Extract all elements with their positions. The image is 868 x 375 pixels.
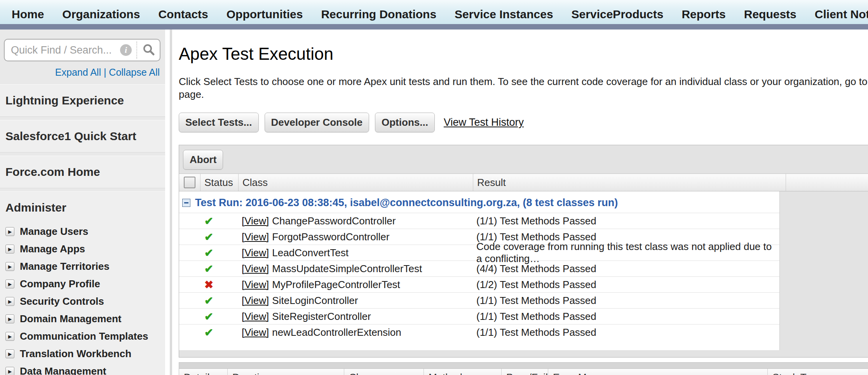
section-heading: Force.com Home — [5, 165, 160, 179]
nav-tab[interactable]: Recurring Donations — [321, 8, 436, 21]
sidebar-section-administer: Administer ▶ Manage Users ▶ Manage Apps … — [0, 191, 165, 375]
expand-arrow-icon[interactable]: ▶ — [5, 367, 14, 375]
column-header-class: Class — [239, 174, 473, 191]
description-line1: Click Select Tests to choose one or more… — [179, 75, 868, 88]
pass-icon: ✔ — [204, 215, 213, 227]
table-row: ✔ [View] ChangePasswordController (1/1) … — [179, 213, 779, 229]
status-cell: ✔ — [179, 325, 239, 340]
view-link[interactable]: [View] — [242, 263, 269, 275]
expand-arrow-icon[interactable]: ▶ — [5, 245, 14, 253]
sidebar-section-lightning-experience[interactable]: Lightning Experience — [0, 84, 165, 117]
sidebar-section-salesforce1-quick-start[interactable]: Salesforce1 Quick Start — [0, 120, 165, 153]
sidebar-item-label: Communication Templates — [20, 330, 148, 342]
nav-tab[interactable]: Home — [12, 8, 44, 21]
sidebar-item[interactable]: ▶ Domain Management — [5, 310, 160, 328]
expand-arrow-icon[interactable]: ▶ — [5, 314, 14, 323]
view-link[interactable]: [View] — [242, 311, 269, 323]
result-cell: Code coverage from running this test cla… — [473, 245, 779, 260]
view-link[interactable]: [View] — [242, 215, 269, 227]
result-cell: (1/1) Test Methods Passed — [473, 325, 779, 340]
class-name: SiteRegisterController — [272, 311, 371, 323]
expand-arrow-icon[interactable]: ▶ — [5, 262, 14, 271]
sidebar-item-label: Domain Management — [20, 313, 122, 325]
sidebar-item[interactable]: ▶ Manage Apps — [5, 240, 160, 258]
sidebar-item-label: Translation Workbench — [20, 348, 131, 360]
nav-tab[interactable]: Service Instances — [455, 8, 553, 21]
nav-tab[interactable]: Requests — [744, 8, 797, 21]
nav-tab[interactable]: Organizations — [62, 8, 140, 21]
info-icon[interactable]: i — [120, 44, 132, 56]
pass-icon: ✔ — [204, 247, 213, 259]
sidebar-item[interactable]: ▶ Manage Territories — [5, 258, 160, 275]
detail-table-header: Detail Duration Class Method Pass/Fail E… — [179, 368, 868, 375]
class-name: ForgotPasswordController — [272, 231, 389, 243]
result-cell: (1/1) Test Methods Passed — [473, 293, 779, 308]
pass-icon: ✔ — [204, 231, 213, 243]
options-button[interactable]: Options... — [375, 113, 435, 132]
status-cell: ✔ — [179, 309, 239, 324]
result-cell: (1/1) Test Methods Passed — [473, 309, 779, 324]
expand-arrow-icon[interactable]: ▶ — [5, 280, 14, 288]
search-icon[interactable] — [142, 43, 156, 57]
sidebar-item-label: Company Profile — [20, 278, 100, 290]
sidebar-item[interactable]: ▶ Company Profile — [5, 275, 160, 293]
page-title: Apex Test Execution — [179, 44, 868, 64]
nav-tab[interactable]: Opportunities — [227, 8, 303, 21]
sidebar-item[interactable]: ▶ Data Management — [5, 363, 160, 375]
setup-sidebar: i Expand All | Collapse All Lightning Ex… — [0, 30, 165, 375]
class-cell: [View] LeadConvertTest — [239, 245, 473, 260]
administer-item-list: ▶ Manage Users ▶ Manage Apps ▶ Manage Te… — [5, 223, 160, 375]
table-row: ✔ [View] SiteLoginController (1/1) Test … — [179, 292, 779, 308]
test-run-row: Test Run: 2016-06-23 08:38:45, isabel@co… — [179, 191, 779, 213]
class-name: ChangePasswordController — [272, 215, 396, 227]
nav-tab[interactable]: Reports — [682, 8, 725, 21]
table-row: ✖ [View] MyProfilePageControllerTest (1/… — [179, 276, 779, 292]
select-tests-button[interactable]: Select Tests... — [179, 113, 259, 132]
sidebar-item[interactable]: ▶ Translation Workbench — [5, 345, 160, 363]
column-header-class: Class — [344, 369, 424, 375]
expand-all-link[interactable]: Expand All — [55, 67, 101, 78]
view-link[interactable]: [View] — [242, 295, 269, 307]
result-cell: (1/1) Test Methods Passed — [473, 213, 779, 229]
column-header-duration: Duration — [228, 369, 344, 375]
search-input[interactable] — [11, 44, 120, 56]
view-link[interactable]: [View] — [242, 231, 269, 243]
class-cell: [View] SiteRegisterController — [239, 309, 473, 324]
quick-find-search-box: i — [4, 39, 160, 61]
class-name: SiteLoginController — [272, 295, 358, 307]
sidebar-item[interactable]: ▶ Manage Users — [5, 223, 160, 240]
nav-tab[interactable]: ServiceProducts — [572, 8, 664, 21]
section-heading: Lightning Experience — [5, 94, 160, 107]
view-link[interactable]: [View] — [242, 279, 269, 291]
select-all-checkbox[interactable] — [184, 177, 195, 188]
column-header-status: Status — [200, 174, 239, 191]
class-cell: [View] MassUpdateSimpleControllerTest — [239, 261, 473, 276]
class-cell: [View] newLeadControllerExtension — [239, 325, 473, 340]
expand-arrow-icon[interactable]: ▶ — [5, 332, 14, 341]
developer-console-button[interactable]: Developer Console — [265, 113, 370, 132]
view-link[interactable]: [View] — [242, 326, 269, 339]
nav-tab[interactable]: Contacts — [158, 8, 208, 21]
expand-arrow-icon[interactable]: ▶ — [5, 297, 14, 306]
pass-icon: ✔ — [204, 326, 213, 339]
status-cell: ✔ — [179, 213, 239, 229]
collapse-icon[interactable] — [182, 199, 190, 207]
column-header-empty — [786, 174, 868, 191]
abort-button[interactable]: Abort — [183, 150, 223, 170]
sidebar-item[interactable]: ▶ Communication Templates — [5, 328, 160, 345]
sidebar-section-forcecom-home[interactable]: Force.com Home — [0, 156, 165, 188]
expand-arrow-icon[interactable]: ▶ — [5, 227, 14, 236]
test-run-link[interactable]: Test Run: 2016-06-23 08:38:45, isabel@co… — [195, 197, 618, 209]
view-link[interactable]: [View] — [242, 247, 269, 259]
test-results-panel: Abort Status Class Result Test Run: 2016… — [179, 145, 868, 358]
sidebar-item[interactable]: ▶ Security Controls — [5, 293, 160, 310]
description-line2: page. — [179, 89, 204, 100]
nav-tab[interactable]: Client Notes — [815, 8, 868, 21]
view-test-history-link[interactable]: View Test History — [444, 116, 524, 128]
sidebar-item-label: Security Controls — [20, 295, 104, 307]
collapse-all-link[interactable]: Collapse All — [109, 67, 160, 78]
pass-icon: ✔ — [204, 310, 213, 323]
table-row: ✔ [View] MassUpdateSimpleControllerTest … — [179, 260, 779, 276]
sidebar-item-label: Manage Territories — [20, 260, 110, 273]
expand-arrow-icon[interactable]: ▶ — [5, 349, 14, 358]
